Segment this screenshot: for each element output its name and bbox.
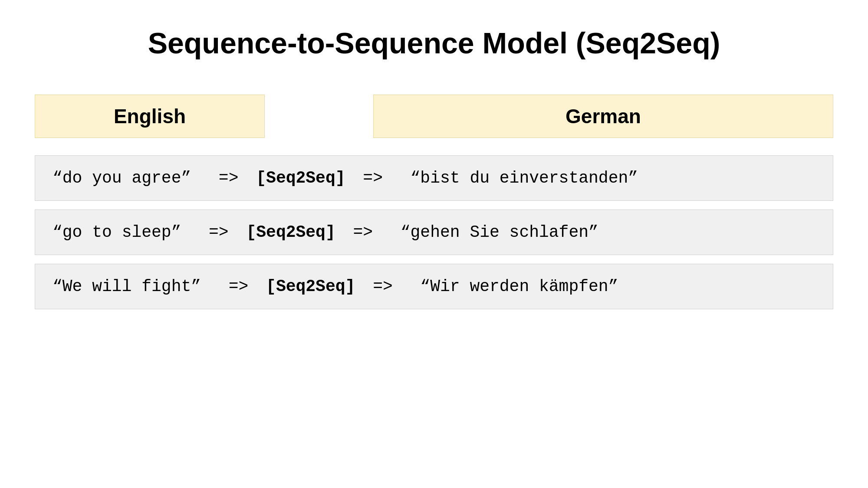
seq2seq-label: [Seq2Seq] <box>246 223 335 242</box>
arrow-1: => <box>209 277 258 296</box>
german-text: “bist du einverstanden” <box>411 169 638 187</box>
seq2seq-label: [Seq2Seq] <box>256 169 345 187</box>
table-row: “do you agree” => [Seq2Seq] => “bist du … <box>35 155 833 201</box>
translation-rows: “do you agree” => [Seq2Seq] => “bist du … <box>35 155 833 309</box>
english-column-header: English <box>35 95 265 138</box>
columns-header: English German <box>35 95 833 138</box>
arrow-1: => <box>199 169 248 187</box>
seq2seq-label: [Seq2Seq] <box>266 277 355 296</box>
arrow-2: => <box>343 223 393 242</box>
table-row: “We will fight” => [Seq2Seq] => “Wir wer… <box>35 264 833 309</box>
table-row: “go to sleep” => [Seq2Seq] => “gehen Sie… <box>35 210 833 255</box>
arrow-1: => <box>189 223 238 242</box>
english-text: “do you agree” <box>53 169 191 187</box>
arrow-2: => <box>353 169 403 187</box>
page-title: Sequence-to-Sequence Model (Seq2Seq) <box>148 26 720 60</box>
german-text: “gehen Sie schlafen” <box>401 223 598 242</box>
english-text: “go to sleep” <box>53 223 181 242</box>
english-text: “We will fight” <box>53 277 201 296</box>
german-column-header: German <box>373 95 833 138</box>
arrow-2: => <box>363 277 412 296</box>
german-text: “Wir werden kämpfen” <box>420 277 618 296</box>
